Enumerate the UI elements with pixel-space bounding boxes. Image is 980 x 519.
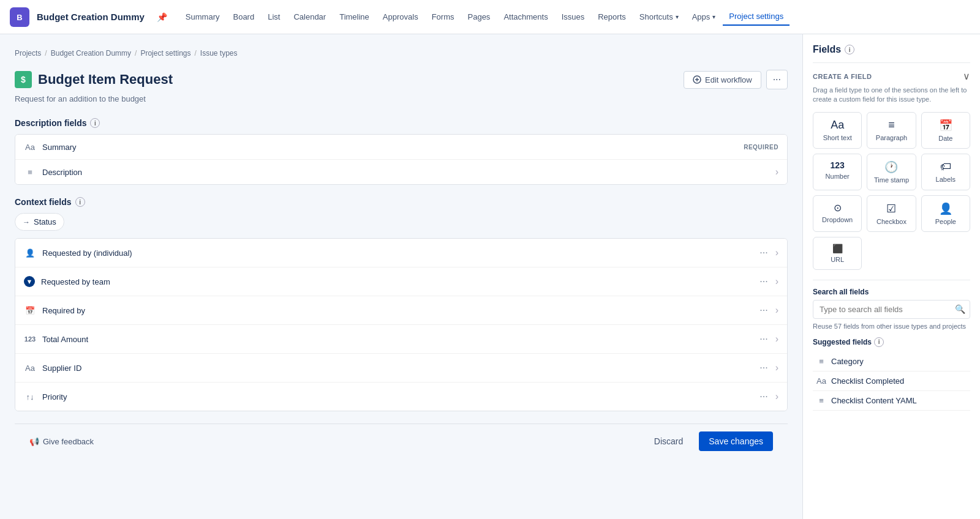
field-type-people[interactable]: 👤 People (921, 195, 970, 232)
requested-by-team-actions: ··· › (755, 274, 778, 289)
total-amount-name: Total Amount (42, 335, 748, 344)
search-input[interactable] (813, 300, 970, 319)
field-row-requested-by-individual: 👤 Requested by (individual) ··· › (15, 239, 787, 267)
summary-field-name: Summary (42, 143, 737, 152)
requested-by-individual-icon: 👤 (24, 247, 36, 259)
nav-board[interactable]: Board (227, 9, 260, 25)
nav-project-settings[interactable]: Project settings (723, 8, 790, 26)
field-type-timestamp[interactable]: 🕐 Time stamp (867, 154, 916, 190)
suggested-field-checklist-completed[interactable]: Aa Checklist Completed (813, 372, 970, 391)
breadcrumb-project-name[interactable]: Budget Creation Dummy (51, 49, 131, 58)
pin-icon[interactable]: 📌 (157, 12, 167, 22)
people-icon: 👤 (939, 202, 952, 215)
description-fields-info[interactable]: i (90, 118, 100, 128)
main-layout: Projects / Budget Creation Dummy / Proje… (0, 34, 980, 519)
requested-by-team-name: Requested by team (41, 277, 748, 286)
suggested-fields-info[interactable]: i (874, 337, 884, 347)
nav-forms[interactable]: Forms (426, 9, 461, 25)
field-type-number[interactable]: 123 Number (813, 154, 862, 190)
field-type-dropdown[interactable]: ⊙ Dropdown (813, 195, 862, 232)
dropdown-icon: ⊙ (834, 202, 842, 214)
supplier-id-icon: Aa (24, 362, 36, 374)
topbar: B Budget Creation Dummy 📌 Summary Board … (0, 0, 980, 34)
nav-calendar[interactable]: Calendar (287, 9, 332, 25)
timestamp-icon: 🕐 (884, 160, 898, 174)
fields-info-icon[interactable]: i (845, 45, 854, 54)
suggested-field-checklist-yaml[interactable]: ≡ Checklist Content YAML (813, 391, 970, 411)
suggested-field-category[interactable]: ≡ Category (813, 352, 970, 372)
field-row-requested-by-team: ▼ Requested by team ··· › (15, 267, 787, 296)
field-type-labels[interactable]: 🏷 Labels (921, 154, 970, 190)
nav-apps[interactable]: Apps ▾ (686, 9, 722, 25)
requested-by-individual-actions: ··· › (755, 245, 778, 261)
supplier-id-chevron: › (775, 362, 778, 373)
search-icon: 🔍 (955, 304, 965, 314)
requested-by-individual-more[interactable]: ··· (755, 245, 772, 261)
nav-shortcuts[interactable]: Shortcuts ▾ (633, 9, 685, 25)
short-text-icon: Aa (831, 119, 844, 132)
priority-name: Priority (42, 392, 748, 401)
create-field-collapse-icon[interactable]: ∨ (963, 70, 970, 82)
field-row-required-by: 📅 Required by ··· › (15, 296, 787, 325)
required-by-chevron: › (775, 305, 778, 316)
more-options-button[interactable]: ··· (766, 70, 788, 89)
field-row-priority: ↑↓ Priority ··· › (15, 383, 787, 411)
total-amount-more[interactable]: ··· (755, 331, 772, 347)
fields-panel-title: Fields i (813, 44, 970, 55)
create-field-description: Drag a field type to one of the sections… (813, 86, 970, 105)
description-chevron-icon: › (775, 166, 778, 177)
bottom-actions: Discard Save changes (644, 431, 773, 451)
issue-actions: Edit workflow ··· (684, 70, 788, 89)
nav-approvals[interactable]: Approvals (377, 9, 424, 25)
category-icon: ≡ (816, 357, 826, 366)
nav-reports[interactable]: Reports (592, 9, 632, 25)
give-feedback-button[interactable]: 📢 Give feedback (29, 437, 94, 446)
description-fields-label: Description fields i (15, 118, 788, 128)
required-by-more[interactable]: ··· (755, 302, 772, 318)
save-changes-button[interactable]: Save changes (699, 431, 773, 451)
field-type-date[interactable]: 📅 Date (921, 112, 970, 149)
nav-pages[interactable]: Pages (462, 9, 497, 25)
shortcuts-dropdown-arrow: ▾ (676, 13, 679, 20)
summary-field-icon: Aa (24, 141, 36, 153)
requested-by-team-more[interactable]: ··· (755, 274, 772, 289)
panel-divider-1 (813, 62, 970, 63)
field-row-total-amount: 123 Total Amount ··· › (15, 325, 787, 354)
nav-timeline[interactable]: Timeline (333, 9, 375, 25)
nav-summary[interactable]: Summary (179, 9, 226, 25)
supplier-id-more[interactable]: ··· (755, 360, 772, 376)
field-type-checkbox[interactable]: ☑ Checkbox (867, 195, 916, 232)
breadcrumb-project-settings[interactable]: Project settings (140, 49, 190, 58)
checkbox-icon: ☑ (886, 202, 896, 215)
edit-workflow-button[interactable]: Edit workflow (684, 71, 761, 89)
workflow-icon (693, 75, 701, 84)
nav-list[interactable]: List (262, 9, 286, 25)
breadcrumb: Projects / Budget Creation Dummy / Proje… (15, 49, 788, 58)
content-area: Projects / Budget Creation Dummy / Proje… (0, 34, 802, 519)
field-row-description[interactable]: ≡ Description › (15, 160, 787, 184)
requested-by-team-chevron: › (775, 276, 778, 287)
breadcrumb-issue-types: Issue types (200, 49, 238, 58)
url-icon: ⬛ (832, 244, 843, 253)
status-arrow-icon: → (23, 218, 30, 226)
required-by-actions: ··· › (755, 302, 778, 318)
description-fields-list: Aa Summary REQUIRED ≡ Description › (15, 134, 788, 185)
status-pill[interactable]: → Status (15, 213, 64, 231)
labels-icon: 🏷 (940, 160, 951, 173)
discard-button[interactable]: Discard (644, 431, 693, 451)
required-by-icon: 📅 (24, 304, 36, 316)
field-type-short-text[interactable]: Aa Short text (813, 112, 862, 149)
nav-issues[interactable]: Issues (556, 9, 591, 25)
field-type-url[interactable]: ⬛ URL (813, 237, 862, 270)
supplier-id-actions: ··· › (755, 360, 778, 376)
issue-header: $ Budget Item Request Edit workflow ··· (15, 70, 788, 89)
bottom-bar: 📢 Give feedback Discard Save changes (15, 424, 788, 458)
breadcrumb-projects[interactable]: Projects (15, 49, 41, 58)
field-type-paragraph[interactable]: ≡ Paragraph (867, 112, 916, 149)
context-fields-info[interactable]: i (75, 197, 85, 207)
create-field-label: CREATE A FIELD (813, 73, 872, 80)
issue-type-icon: $ (15, 71, 32, 88)
priority-more[interactable]: ··· (755, 389, 772, 405)
nav-attachments[interactable]: Attachments (497, 9, 554, 25)
summary-required-badge: REQUIRED (744, 144, 778, 151)
